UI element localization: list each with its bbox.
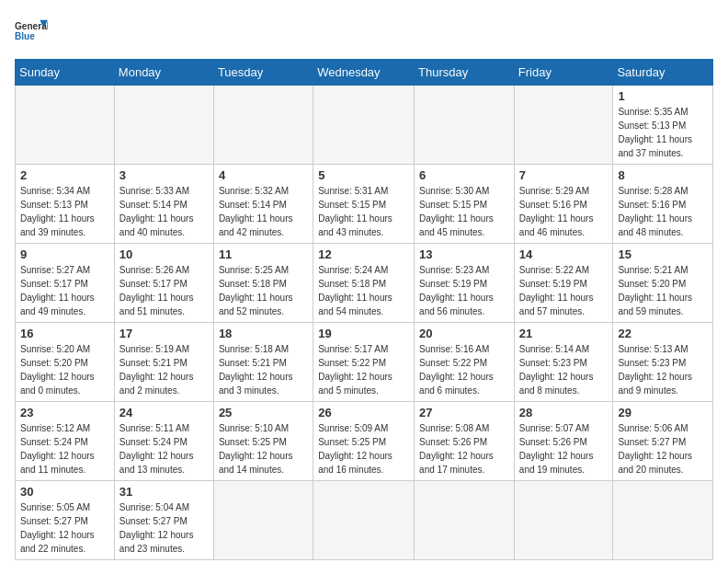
- calendar-week-2: 2Sunrise: 5:34 AM Sunset: 5:13 PM Daylig…: [16, 165, 713, 244]
- day-number: 26: [318, 406, 409, 419]
- calendar-cell: [514, 86, 613, 165]
- day-number: 11: [219, 247, 308, 261]
- day-info: Sunrise: 5:05 AM Sunset: 5:27 PM Dayligh…: [20, 500, 109, 556]
- calendar-cell: [313, 86, 415, 165]
- day-number: 8: [618, 168, 708, 182]
- calendar-cell: 25Sunrise: 5:10 AM Sunset: 5:25 PM Dayli…: [213, 402, 313, 481]
- calendar: SundayMondayTuesdayWednesdayThursdayFrid…: [15, 59, 713, 560]
- calendar-cell: [313, 481, 415, 560]
- day-number: 30: [20, 485, 109, 499]
- day-info: Sunrise: 5:22 AM Sunset: 5:19 PM Dayligh…: [519, 263, 609, 318]
- day-number: 25: [219, 406, 308, 419]
- day-info: Sunrise: 5:33 AM Sunset: 5:14 PM Dayligh…: [119, 184, 209, 239]
- day-info: Sunrise: 5:14 AM Sunset: 5:23 PM Dayligh…: [519, 342, 609, 397]
- calendar-cell: 7Sunrise: 5:29 AM Sunset: 5:16 PM Daylig…: [514, 165, 613, 244]
- day-info: Sunrise: 5:29 AM Sunset: 5:16 PM Dayligh…: [519, 184, 609, 239]
- weekday-header-saturday: Saturday: [613, 60, 713, 86]
- day-info: Sunrise: 5:16 AM Sunset: 5:22 PM Dayligh…: [419, 342, 509, 397]
- calendar-cell: 28Sunrise: 5:07 AM Sunset: 5:26 PM Dayli…: [514, 402, 613, 481]
- calendar-cell: [613, 481, 713, 560]
- calendar-cell: 3Sunrise: 5:33 AM Sunset: 5:14 PM Daylig…: [114, 165, 213, 244]
- day-info: Sunrise: 5:17 AM Sunset: 5:22 PM Dayligh…: [318, 342, 409, 397]
- page-header: General Blue: [15, 15, 713, 48]
- calendar-cell: 15Sunrise: 5:21 AM Sunset: 5:20 PM Dayli…: [613, 244, 713, 323]
- calendar-cell: [514, 481, 613, 560]
- calendar-cell: 22Sunrise: 5:13 AM Sunset: 5:23 PM Dayli…: [613, 323, 713, 402]
- day-number: 1: [618, 89, 708, 103]
- day-info: Sunrise: 5:20 AM Sunset: 5:20 PM Dayligh…: [20, 342, 109, 397]
- day-number: 6: [419, 168, 509, 182]
- day-info: Sunrise: 5:23 AM Sunset: 5:19 PM Dayligh…: [419, 263, 509, 318]
- day-number: 15: [618, 247, 708, 261]
- logo: General Blue: [15, 15, 48, 48]
- calendar-cell: 1Sunrise: 5:35 AM Sunset: 5:13 PM Daylig…: [613, 86, 713, 165]
- weekday-header-wednesday: Wednesday: [313, 60, 415, 86]
- day-number: 21: [519, 327, 609, 340]
- day-number: 10: [119, 247, 209, 261]
- weekday-header-monday: Monday: [114, 60, 213, 86]
- day-info: Sunrise: 5:12 AM Sunset: 5:24 PM Dayligh…: [20, 421, 109, 477]
- day-number: 22: [618, 327, 708, 340]
- calendar-cell: [213, 481, 313, 560]
- day-info: Sunrise: 5:11 AM Sunset: 5:24 PM Dayligh…: [119, 421, 209, 477]
- calendar-cell: 16Sunrise: 5:20 AM Sunset: 5:20 PM Dayli…: [16, 323, 115, 402]
- calendar-cell: 2Sunrise: 5:34 AM Sunset: 5:13 PM Daylig…: [16, 165, 115, 244]
- day-number: 23: [20, 406, 109, 419]
- day-info: Sunrise: 5:04 AM Sunset: 5:27 PM Dayligh…: [119, 500, 209, 556]
- day-number: 28: [519, 406, 609, 419]
- day-info: Sunrise: 5:10 AM Sunset: 5:25 PM Dayligh…: [219, 421, 308, 477]
- day-info: Sunrise: 5:34 AM Sunset: 5:13 PM Dayligh…: [20, 184, 109, 239]
- day-info: Sunrise: 5:35 AM Sunset: 5:13 PM Dayligh…: [618, 105, 708, 160]
- day-number: 27: [419, 406, 509, 419]
- day-number: 14: [519, 247, 609, 261]
- calendar-cell: 8Sunrise: 5:28 AM Sunset: 5:16 PM Daylig…: [613, 165, 713, 244]
- day-info: Sunrise: 5:18 AM Sunset: 5:21 PM Dayligh…: [219, 342, 308, 397]
- day-info: Sunrise: 5:21 AM Sunset: 5:20 PM Dayligh…: [618, 263, 708, 318]
- day-number: 7: [519, 168, 609, 182]
- day-info: Sunrise: 5:08 AM Sunset: 5:26 PM Dayligh…: [419, 421, 509, 477]
- day-number: 12: [318, 247, 409, 261]
- day-info: Sunrise: 5:24 AM Sunset: 5:18 PM Dayligh…: [318, 263, 409, 318]
- day-number: 19: [318, 327, 409, 340]
- calendar-cell: 13Sunrise: 5:23 AM Sunset: 5:19 PM Dayli…: [415, 244, 515, 323]
- calendar-cell: 27Sunrise: 5:08 AM Sunset: 5:26 PM Dayli…: [415, 402, 515, 481]
- calendar-cell: [415, 481, 515, 560]
- day-info: Sunrise: 5:30 AM Sunset: 5:15 PM Dayligh…: [419, 184, 509, 239]
- day-number: 29: [618, 406, 708, 419]
- calendar-cell: 21Sunrise: 5:14 AM Sunset: 5:23 PM Dayli…: [514, 323, 613, 402]
- calendar-cell: 14Sunrise: 5:22 AM Sunset: 5:19 PM Dayli…: [514, 244, 613, 323]
- calendar-week-1: 1Sunrise: 5:35 AM Sunset: 5:13 PM Daylig…: [16, 86, 713, 165]
- calendar-cell: 26Sunrise: 5:09 AM Sunset: 5:25 PM Dayli…: [313, 402, 415, 481]
- day-number: 17: [119, 327, 209, 340]
- day-number: 20: [419, 327, 509, 340]
- calendar-cell: 24Sunrise: 5:11 AM Sunset: 5:24 PM Dayli…: [114, 402, 213, 481]
- calendar-cell: 23Sunrise: 5:12 AM Sunset: 5:24 PM Dayli…: [16, 402, 115, 481]
- day-info: Sunrise: 5:27 AM Sunset: 5:17 PM Dayligh…: [20, 263, 109, 318]
- day-info: Sunrise: 5:09 AM Sunset: 5:25 PM Dayligh…: [318, 421, 409, 477]
- day-info: Sunrise: 5:32 AM Sunset: 5:14 PM Dayligh…: [219, 184, 308, 239]
- day-info: Sunrise: 5:07 AM Sunset: 5:26 PM Dayligh…: [519, 421, 609, 477]
- calendar-cell: 30Sunrise: 5:05 AM Sunset: 5:27 PM Dayli…: [16, 481, 115, 560]
- calendar-cell: 17Sunrise: 5:19 AM Sunset: 5:21 PM Dayli…: [114, 323, 213, 402]
- calendar-cell: 4Sunrise: 5:32 AM Sunset: 5:14 PM Daylig…: [213, 165, 313, 244]
- calendar-cell: [114, 86, 213, 165]
- calendar-week-6: 30Sunrise: 5:05 AM Sunset: 5:27 PM Dayli…: [16, 481, 713, 560]
- calendar-cell: 19Sunrise: 5:17 AM Sunset: 5:22 PM Dayli…: [313, 323, 415, 402]
- calendar-week-5: 23Sunrise: 5:12 AM Sunset: 5:24 PM Dayli…: [16, 402, 713, 481]
- day-number: 31: [119, 485, 209, 499]
- calendar-week-3: 9Sunrise: 5:27 AM Sunset: 5:17 PM Daylig…: [16, 244, 713, 323]
- calendar-cell: 31Sunrise: 5:04 AM Sunset: 5:27 PM Dayli…: [114, 481, 213, 560]
- svg-text:Blue: Blue: [15, 31, 35, 41]
- day-number: 16: [20, 327, 109, 340]
- calendar-cell: 6Sunrise: 5:30 AM Sunset: 5:15 PM Daylig…: [415, 165, 515, 244]
- day-info: Sunrise: 5:25 AM Sunset: 5:18 PM Dayligh…: [219, 263, 308, 318]
- day-number: 9: [20, 247, 109, 261]
- day-number: 2: [20, 168, 109, 182]
- calendar-cell: 20Sunrise: 5:16 AM Sunset: 5:22 PM Dayli…: [415, 323, 515, 402]
- calendar-cell: [16, 86, 115, 165]
- calendar-cell: 29Sunrise: 5:06 AM Sunset: 5:27 PM Dayli…: [613, 402, 713, 481]
- calendar-cell: 9Sunrise: 5:27 AM Sunset: 5:17 PM Daylig…: [16, 244, 115, 323]
- weekday-header-tuesday: Tuesday: [213, 60, 313, 86]
- day-number: 3: [119, 168, 209, 182]
- logo-icon: General Blue: [15, 15, 48, 48]
